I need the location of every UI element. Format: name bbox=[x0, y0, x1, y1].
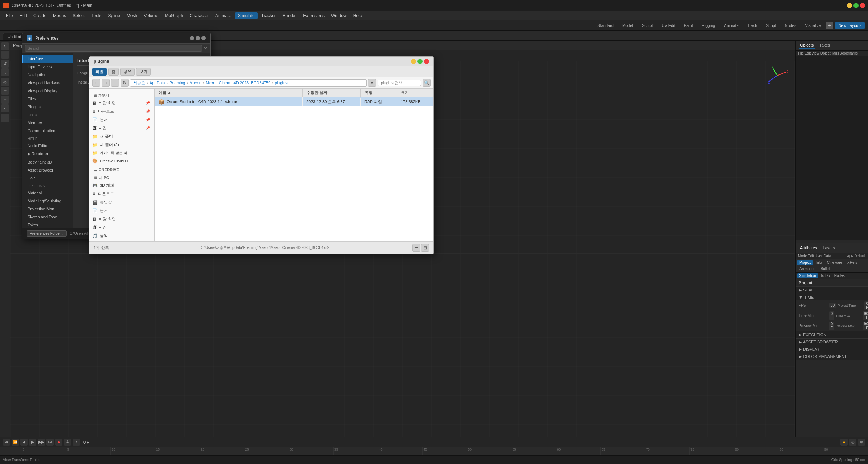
menu-tracker[interactable]: Tracker bbox=[258, 12, 279, 19]
fd-maximize-button[interactable] bbox=[417, 59, 423, 64]
attr-tab-cineware[interactable]: Cineware bbox=[825, 260, 844, 265]
pref-item-communication[interactable]: Communication bbox=[22, 127, 73, 135]
tool-scale[interactable]: ⤡ bbox=[1, 68, 9, 76]
attr-tab-animation[interactable]: Animation bbox=[797, 266, 818, 271]
fd-close-button[interactable] bbox=[424, 59, 429, 64]
pref-minimize-button[interactable] bbox=[190, 36, 194, 40]
menu-simulate[interactable]: Simulate bbox=[235, 12, 258, 19]
ws-rigging[interactable]: Rigging bbox=[698, 22, 719, 29]
fd-toolbar-view[interactable]: 보기 bbox=[136, 68, 151, 76]
sub-tab-simulation[interactable]: Simulation bbox=[797, 273, 818, 278]
tl-record-button[interactable]: ● bbox=[55, 439, 62, 446]
time-header[interactable]: ▼ TIME bbox=[796, 294, 868, 300]
fd-tree-documents[interactable]: 📄 문서 📌 bbox=[89, 116, 154, 124]
pref-item-interface[interactable]: Interface bbox=[22, 55, 73, 63]
timemin-value[interactable]: 0 F bbox=[829, 311, 834, 320]
add-workspace-button[interactable]: + bbox=[826, 22, 833, 29]
col-modified[interactable]: 수정한 날짜 bbox=[303, 89, 361, 97]
bc-maxon[interactable]: Maxon bbox=[190, 81, 201, 85]
fps-value[interactable]: 30 bbox=[829, 303, 836, 308]
fd-search-input[interactable] bbox=[378, 80, 421, 86]
tool-polygon[interactable]: ▱ bbox=[1, 87, 9, 95]
tool-select[interactable]: ↖ bbox=[1, 42, 9, 50]
pref-item-modeling-sculpting[interactable]: Modeling/Sculpting bbox=[22, 197, 73, 205]
tl-play-forward-button[interactable]: ▶▶ bbox=[38, 439, 45, 446]
menu-edit[interactable]: Edit bbox=[16, 12, 30, 19]
fd-tree-creative-cloud[interactable]: 🎨 Creative Cloud Fi bbox=[89, 157, 154, 165]
tl-end-button[interactable]: ⏭ bbox=[46, 439, 54, 446]
tool-point[interactable]: • bbox=[1, 104, 9, 112]
fd-tree-kakao[interactable]: 📁 카카오톡 받은 파 bbox=[89, 149, 154, 157]
ws-track[interactable]: Track bbox=[744, 22, 761, 29]
pref-item-memory[interactable]: Memory bbox=[22, 119, 73, 127]
bc-roaming[interactable]: Roaming bbox=[169, 81, 185, 85]
obj-edit[interactable]: Edit bbox=[804, 51, 811, 55]
obj-tags[interactable]: Tags bbox=[831, 51, 839, 55]
obj-file[interactable]: File bbox=[798, 51, 804, 55]
obj-view[interactable]: View bbox=[811, 51, 819, 55]
ws-sculpt[interactable]: Sculpt bbox=[638, 22, 657, 29]
ws-animate[interactable]: Animate bbox=[720, 22, 742, 29]
ws-model[interactable]: Model bbox=[619, 22, 637, 29]
tl-mode-btn2[interactable]: ◎ bbox=[849, 439, 856, 446]
bc-c4d[interactable]: Maxon Cinema 4D 2023_BCD84759 bbox=[206, 81, 271, 85]
pref-item-hair[interactable]: Hair bbox=[22, 174, 73, 182]
fd-up-button[interactable]: ↑ bbox=[111, 79, 119, 87]
fd-tree-video[interactable]: 🎬 동영상 bbox=[89, 198, 154, 206]
tab-layers[interactable]: Layers bbox=[821, 245, 836, 251]
sub-tab-todo[interactable]: To Do bbox=[819, 273, 832, 278]
pref-item-plugins[interactable]: Plugins bbox=[22, 103, 73, 111]
attr-tab-xrefs[interactable]: XRefs bbox=[845, 260, 859, 265]
tab-takes[interactable]: Takes bbox=[818, 42, 831, 49]
fd-minimize-button[interactable] bbox=[411, 59, 416, 64]
pref-item-asset-browser[interactable]: Asset Browser bbox=[22, 166, 73, 174]
menu-modes[interactable]: Modes bbox=[50, 12, 69, 19]
attr-tab-bullet[interactable]: Bullet bbox=[818, 266, 832, 271]
menu-volume[interactable]: Volume bbox=[141, 12, 161, 19]
fd-tree-newfolder[interactable]: 📁 새 폴더 bbox=[89, 132, 154, 141]
pref-maximize-button[interactable] bbox=[196, 36, 200, 40]
tool-rotate[interactable]: ↺ bbox=[1, 60, 9, 68]
new-layouts-label[interactable]: New Layouts bbox=[835, 22, 865, 29]
ws-uvedit[interactable]: UV Edit bbox=[658, 22, 679, 29]
obj-object[interactable]: Object bbox=[820, 51, 831, 55]
fd-toolbar-file[interactable]: 파일 bbox=[92, 68, 107, 76]
menu-window[interactable]: Window bbox=[328, 12, 350, 19]
pref-close-button[interactable] bbox=[201, 36, 206, 40]
tool-edge[interactable]: ━ bbox=[1, 96, 9, 104]
tl-current-frame[interactable]: 0 F bbox=[81, 440, 91, 444]
timemax-value[interactable]: 90 F bbox=[863, 311, 868, 320]
attr-fwd[interactable]: ▶ bbox=[851, 254, 853, 258]
tl-play-reverse-button[interactable]: ◀ bbox=[20, 439, 28, 446]
pref-item-material[interactable]: Material bbox=[22, 189, 73, 197]
col-name[interactable]: 이름 ▲ bbox=[155, 89, 303, 97]
attr-back[interactable]: ◀ bbox=[847, 254, 850, 258]
menu-animate[interactable]: Animate bbox=[212, 12, 234, 19]
ws-paint[interactable]: Paint bbox=[680, 22, 697, 29]
close-button[interactable] bbox=[860, 3, 865, 8]
fd-file-row-rar[interactable]: 📦 OctaneStudio-for-C4D-2023.1.1_win.rar … bbox=[155, 97, 433, 106]
tool-move[interactable]: ✛ bbox=[1, 51, 9, 59]
fd-list-view-button[interactable]: ☰ bbox=[412, 244, 420, 252]
ws-nodes[interactable]: Nodes bbox=[781, 22, 800, 29]
tool-move2[interactable]: + bbox=[1, 114, 9, 122]
fd-tree-local-c[interactable]: 💾 로컬 디스크 (C:) bbox=[89, 240, 154, 241]
pref-item-units[interactable]: Units bbox=[22, 111, 73, 119]
asset-browser-header[interactable]: ▶ ASSET BROWSER bbox=[796, 339, 868, 346]
fd-tree-desktop2[interactable]: 🖥 바탕 화면 bbox=[89, 215, 154, 223]
menu-create[interactable]: Create bbox=[30, 12, 49, 19]
fd-search-button[interactable]: 🔍 bbox=[423, 79, 431, 87]
bc-plugins[interactable]: plugins bbox=[275, 81, 288, 85]
preferences-folder-button[interactable]: Preferences Folder... bbox=[27, 230, 67, 237]
menu-help[interactable]: Help bbox=[350, 12, 365, 19]
fd-grid-view-button[interactable]: ⊞ bbox=[421, 244, 429, 252]
pref-item-node-editor[interactable]: Node Editor bbox=[22, 142, 73, 150]
attr-tab-project[interactable]: Project bbox=[797, 260, 813, 265]
attr-userdata[interactable]: User Data bbox=[815, 254, 831, 258]
pref-item-viewport-hardware[interactable]: Viewport Hardware bbox=[22, 79, 73, 87]
fd-forward-button[interactable]: → bbox=[102, 79, 110, 87]
execution-header[interactable]: ▶ EXECUTION bbox=[796, 331, 868, 338]
ws-script[interactable]: Script bbox=[762, 22, 780, 29]
attr-edit[interactable]: Edit bbox=[808, 254, 814, 258]
fd-tree-pics2[interactable]: 🖼 사진 bbox=[89, 223, 154, 231]
